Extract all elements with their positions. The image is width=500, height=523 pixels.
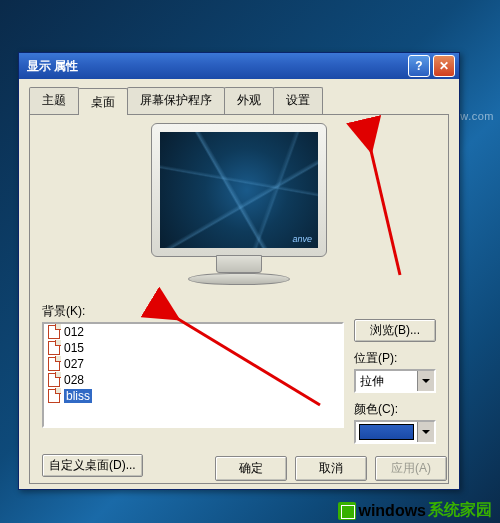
display-properties-dialog: 显示 属性 ? ✕ 主题 桌面 屏幕保护程序 外观 设置 anve [18,52,460,490]
list-item[interactable]: 028 [44,372,342,388]
desktop-background: www.ruihaiw.com 显示 属性 ? ✕ 主题 桌面 屏幕保护程序 外… [0,0,500,523]
file-icon [48,341,60,355]
watermark-text2: 系统家园 [428,500,492,521]
help-icon: ? [415,59,422,73]
monitor-frame: anve [151,123,327,257]
chevron-down-icon [417,371,434,391]
tab-strip: 主题 桌面 屏幕保护程序 外观 设置 [19,79,459,114]
monitor-base [188,273,290,285]
wallpaper-preview: anve [139,123,339,297]
titlebar[interactable]: 显示 属性 ? ✕ [19,53,459,79]
list-item[interactable]: 012 [44,324,342,340]
color-label: 颜色(C): [354,401,436,418]
dialog-button-row: 确定 取消 应用(A) [215,456,447,481]
watermark: windows 系统家园 [338,500,492,521]
window-title: 显示 属性 [27,58,405,75]
browse-button[interactable]: 浏览(B)... [354,319,436,342]
list-item-selected[interactable]: bliss [44,388,342,404]
tab-panel-desktop: anve 背景(K): 012 015 027 028 bliss [29,114,449,484]
file-icon [48,389,60,403]
color-picker[interactable] [354,420,436,444]
close-button[interactable]: ✕ [433,55,455,77]
list-item[interactable]: 027 [44,356,342,372]
position-select[interactable]: 拉伸 [354,369,436,393]
tab-settings[interactable]: 设置 [273,87,323,114]
watermark-text1: windows [358,502,426,520]
position-value: 拉伸 [360,373,384,390]
windows-logo-icon [338,502,356,520]
tab-desktop[interactable]: 桌面 [78,88,128,115]
apply-button[interactable]: 应用(A) [375,456,447,481]
tab-theme[interactable]: 主题 [29,87,79,114]
file-icon [48,373,60,387]
current-color-swatch [359,424,414,440]
tab-appearance[interactable]: 外观 [224,87,274,114]
cancel-button[interactable]: 取消 [295,456,367,481]
customize-desktop-button[interactable]: 自定义桌面(D)... [42,454,143,477]
ok-button[interactable]: 确定 [215,456,287,481]
file-icon [48,357,60,371]
background-label: 背景(K): [42,303,344,320]
help-button[interactable]: ? [408,55,430,77]
monitor-screen: anve [160,132,318,248]
list-item[interactable]: 015 [44,340,342,356]
monitor-brand: anve [292,234,312,244]
tab-screensaver[interactable]: 屏幕保护程序 [127,87,225,114]
monitor-stand [216,255,262,273]
background-listbox[interactable]: 012 015 027 028 bliss [42,322,344,428]
position-label: 位置(P): [354,350,436,367]
chevron-down-icon [417,422,434,442]
file-icon [48,325,60,339]
close-icon: ✕ [439,59,449,73]
